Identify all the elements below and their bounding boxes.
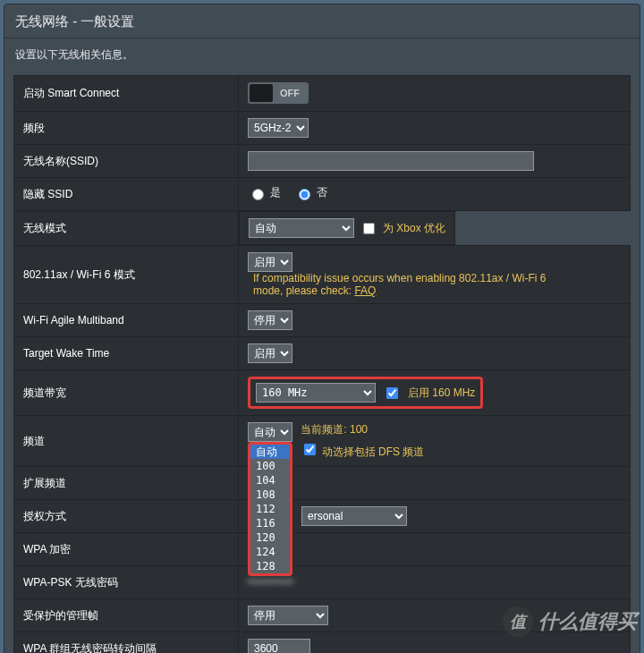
label-smart-connect: 启动 Smart Connect bbox=[14, 76, 239, 112]
current-channel-value: 100 bbox=[350, 423, 368, 436]
channel-option[interactable]: 104 bbox=[250, 473, 290, 488]
auth-select[interactable]: ersonal bbox=[301, 506, 407, 526]
current-channel-label: 当前频道: bbox=[301, 423, 350, 436]
xbox-label: 为 Xbox 优化 bbox=[383, 221, 445, 236]
label-channel: 频道 bbox=[14, 416, 239, 467]
channel-option[interactable]: 自动 bbox=[250, 445, 290, 459]
faq-link[interactable]: FAQ bbox=[354, 284, 376, 297]
channel-select[interactable]: 自动 bbox=[248, 422, 292, 442]
ax-select[interactable]: 启用 bbox=[248, 252, 292, 272]
label-ax: 802.11ax / Wi-Fi 6 模式 bbox=[14, 246, 239, 304]
dfs-checkbox[interactable] bbox=[304, 444, 316, 455]
hide-ssid-no[interactable] bbox=[299, 189, 310, 200]
enable-160-checkbox[interactable] bbox=[386, 387, 398, 399]
hide-ssid-yes[interactable] bbox=[252, 189, 264, 200]
page-title: 无线网络 - 一般设置 bbox=[4, 4, 640, 38]
label-grk: WPA 群组无线密码转动间隔 bbox=[14, 632, 239, 654]
page-description: 设置以下无线相关信息。 bbox=[4, 38, 640, 75]
channel-option[interactable]: 112 bbox=[250, 502, 290, 516]
label-ssid: 无线名称(SSID) bbox=[14, 145, 239, 178]
hide-ssid-no-label: 否 bbox=[317, 185, 327, 200]
xbox-checkbox[interactable] bbox=[363, 223, 375, 234]
hide-ssid-yes-label: 是 bbox=[270, 185, 281, 200]
toggle-state: OFF bbox=[273, 88, 307, 98]
grk-input[interactable] bbox=[248, 639, 310, 653]
settings-table: 启动 Smart Connect OFF 频段 5GHz-2 无线名称(SSID… bbox=[13, 75, 631, 653]
channel-option[interactable]: 120 bbox=[250, 530, 290, 545]
ssid-input[interactable] bbox=[248, 151, 534, 171]
mode-select[interactable]: 自动 bbox=[249, 218, 354, 238]
label-mode: 无线模式 bbox=[14, 211, 239, 246]
label-ext-channel: 扩展频道 bbox=[14, 467, 239, 500]
label-wpa-enc: WPA 加密 bbox=[14, 533, 239, 566]
psk-value: •••••••••• bbox=[248, 576, 294, 589]
channel-option[interactable]: 116 bbox=[250, 516, 290, 530]
channel-option[interactable]: 108 bbox=[250, 488, 290, 502]
bandwidth-highlight: 160 MHz 启用 160 MHz bbox=[248, 377, 483, 409]
channel-option[interactable]: 100 bbox=[250, 459, 290, 473]
label-bandwidth: 频道带宽 bbox=[14, 370, 239, 416]
ax-note: If compatibility issue occurs when enabl… bbox=[253, 272, 547, 297]
bandwidth-select[interactable]: 160 MHz bbox=[256, 383, 376, 403]
label-pmf: 受保护的管理帧 bbox=[14, 599, 239, 632]
label-twt: Target Wake Time bbox=[14, 337, 239, 370]
band-select[interactable]: 5GHz-2 bbox=[248, 118, 309, 138]
pmf-select[interactable]: 停用 bbox=[248, 606, 328, 625]
label-hide-ssid: 隐藏 SSID bbox=[14, 178, 239, 211]
toggle-knob bbox=[250, 84, 273, 102]
channel-dropdown-open: 自动100104108112116120124128 bbox=[248, 442, 292, 576]
channel-option[interactable]: 128 bbox=[250, 559, 290, 573]
label-auth: 授权方式 bbox=[14, 500, 239, 533]
twt-select[interactable]: 启用 bbox=[248, 343, 292, 363]
dfs-label: 动选择包括 DFS 频道 bbox=[322, 445, 425, 458]
enable-160-label: 启用 160 MHz bbox=[408, 386, 475, 401]
smart-connect-toggle[interactable]: OFF bbox=[248, 82, 309, 104]
agile-select[interactable]: 停用 bbox=[248, 310, 292, 330]
label-psk: WPA-PSK 无线密码 bbox=[14, 566, 239, 599]
label-agile: Wi-Fi Agile Multiband bbox=[14, 304, 239, 337]
channel-option[interactable]: 124 bbox=[250, 545, 290, 559]
label-band: 频段 bbox=[14, 112, 239, 145]
